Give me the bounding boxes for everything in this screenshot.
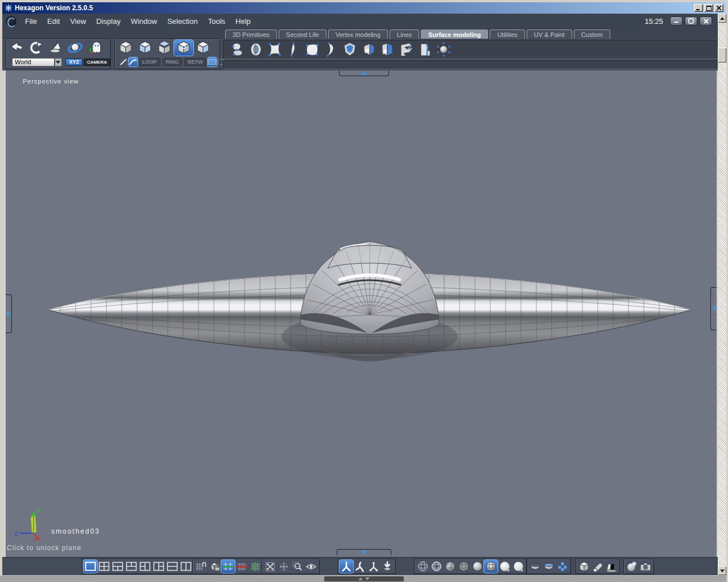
perspective-viewport[interactable]: Perspective view [6,70,717,557]
scale-manipulator-icon[interactable] [367,560,380,573]
world-selector[interactable]: World [12,58,55,66]
select-auto-cube-icon[interactable] [193,40,213,56]
extrude-face-icon[interactable] [359,41,378,58]
select-cone-icon[interactable] [46,40,65,56]
menu-edit[interactable]: Edit [42,17,65,26]
menu-selection[interactable]: Selection [162,17,202,26]
drop-to-floor-icon[interactable] [380,560,394,573]
copies-icon[interactable] [605,560,618,573]
smooth-shade-sphere-icon[interactable] [470,560,484,573]
layout-two-cols-icon[interactable] [179,560,193,573]
pan-view-icon[interactable] [277,560,291,573]
right-panel-handle[interactable] [710,287,717,330]
hexagon-logo-icon[interactable] [6,16,16,27]
layout-one-top-two-bottom-icon[interactable] [111,560,125,573]
menu-help[interactable]: Help [230,17,256,26]
xyz-toggle[interactable]: XYZ [65,59,82,66]
status-hint[interactable]: Click to unlock plane [7,544,81,552]
scroll-up-icon[interactable] [718,14,726,23]
paint-select-icon[interactable] [119,57,129,66]
bright-sphere-icon[interactable] [511,560,525,573]
tab-uv-paint[interactable]: UV & Paint [527,30,572,39]
model-smoothed03[interactable] [6,70,717,557]
coons-surface-icon[interactable] [303,41,321,58]
left-panel-handle[interactable] [6,294,12,333]
tab-surface-modeling[interactable]: Surface modeling [421,30,488,39]
textured-sphere-icon[interactable] [498,560,511,573]
tab-second-life[interactable]: Second Life [279,30,326,39]
menu-tools[interactable]: Tools [203,17,230,26]
layout-single-icon[interactable] [84,560,97,573]
tab-3d-primitives[interactable]: 3D Primitives [225,30,277,39]
snap-grid-magnet-icon[interactable] [194,560,208,573]
universal-manipulator-icon[interactable] [340,560,353,573]
top-panel-handle[interactable] [339,70,389,76]
layout-two-rows-icon[interactable] [166,560,179,573]
double-sweep-icon[interactable] [266,41,284,58]
symmetry-icon[interactable] [435,41,453,58]
look-at-icon[interactable] [304,560,318,573]
bowl-icon[interactable] [528,560,542,573]
app-maximize-icon[interactable] [685,16,697,26]
betw-button[interactable]: BETW [184,58,206,66]
tab-utilities[interactable]: Utilities [490,30,524,39]
zoom-region-icon[interactable] [291,560,304,573]
sweep-line-icon[interactable] [284,41,303,58]
smooth-shield-icon[interactable] [341,41,359,58]
world-dropdown-icon[interactable] [55,58,63,66]
dynamic-geometry-icon[interactable] [556,560,569,573]
flat-shade-sphere-icon[interactable] [443,560,457,573]
scroll-down-icon[interactable] [718,566,726,575]
flat-wire-sphere-icon[interactable] [457,560,470,573]
rotate-manipulator-icon[interactable] [353,560,367,573]
undo-icon[interactable] [7,40,27,56]
layout-split-right-icon[interactable] [152,560,166,573]
camera-snapshot-icon[interactable] [639,560,652,573]
menu-display[interactable]: Display [91,17,126,26]
maximize-icon[interactable] [704,4,713,12]
render-sphere-icon[interactable] [625,560,639,573]
grid-plane-vertical-icon[interactable] [249,560,262,573]
select-edge-cube-icon[interactable] [155,40,174,56]
redo-icon[interactable] [27,40,46,56]
tube-icon[interactable] [228,41,246,58]
smooth-wire-sphere-icon[interactable] [484,560,498,573]
thickness-icon[interactable] [416,41,434,58]
wireframe-sphere-icon[interactable] [416,560,429,573]
cube-object-icon[interactable] [577,560,591,573]
menu-window[interactable]: Window [126,17,162,26]
bottom-strip-handle[interactable] [324,576,404,581]
ring-button[interactable]: RING [163,58,183,66]
paint-select-plus-icon[interactable] [129,57,138,66]
smoothed-bowl-icon[interactable] [542,560,556,573]
rect-marquee-icon[interactable] [208,57,217,66]
tab-vertex-modeling[interactable]: Vertex modeling [328,30,388,39]
ruffle-icon[interactable] [397,41,415,58]
cylinder-object-icon[interactable] [591,560,605,573]
camera-toggle[interactable]: CAMERA [84,59,110,66]
extrude-inset-icon[interactable] [378,41,396,58]
tab-custom[interactable]: Custom [574,30,610,39]
minimize-icon[interactable] [694,4,703,12]
revolve-icon[interactable] [247,41,265,58]
app-minimize-icon[interactable] [670,16,682,26]
tab-lines[interactable]: Lines [390,30,419,39]
ghost-visibility-icon[interactable] [85,40,104,56]
menu-view[interactable]: View [65,17,91,26]
scrollbar-thumb[interactable] [718,48,726,63]
menu-file[interactable]: File [20,17,42,26]
select-point-cube-icon[interactable] [174,40,193,56]
app-close-icon[interactable] [700,16,712,26]
layout-split-left-icon[interactable] [138,560,152,573]
grid-plane-active-icon[interactable] [221,560,235,573]
grid-plane-horizontal-icon[interactable] [235,560,249,573]
layout-quad-icon[interactable] [97,560,111,573]
manipulator-ball-icon[interactable] [65,40,85,56]
close-icon[interactable] [714,4,723,12]
gordon-surface-icon[interactable] [322,41,340,58]
fit-view-icon[interactable] [263,560,277,573]
layout-two-top-one-bottom-icon[interactable] [125,560,138,573]
loop-button[interactable]: LOOP [139,58,160,66]
dense-wireframe-sphere-icon[interactable] [429,560,443,573]
bottom-panel-handle[interactable] [337,549,391,555]
